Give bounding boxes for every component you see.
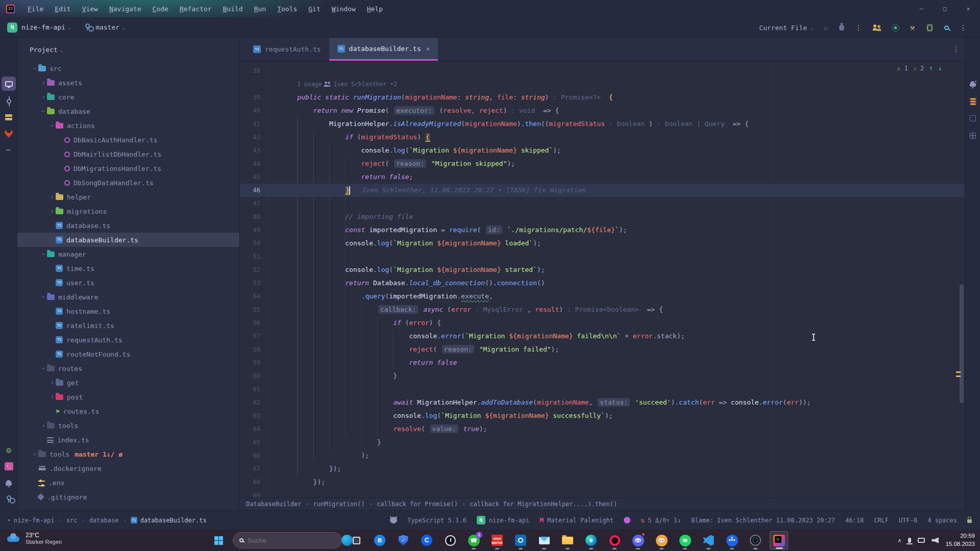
caret-position[interactable]: 46:18 — [845, 517, 864, 524]
more-tools-button[interactable]: ⋯ — [0, 143, 17, 157]
commit-tool-button[interactable] — [0, 94, 17, 108]
line-number[interactable]: 57 — [240, 330, 260, 343]
status-project-name[interactable]: nize-fm-api — [489, 517, 529, 524]
line-number[interactable]: 48 — [240, 210, 260, 223]
run-button[interactable]: ▷ — [824, 24, 828, 32]
line-number[interactable]: 67 — [240, 462, 260, 475]
line-number[interactable]: 66 — [240, 449, 260, 462]
chevron-icon[interactable]: › — [40, 108, 47, 115]
line-number[interactable]: 50 — [240, 237, 260, 250]
taskbar-app-explorer[interactable] — [558, 531, 577, 549]
volume-icon[interactable] — [932, 537, 939, 543]
chevron-icon[interactable]: › — [48, 379, 56, 386]
chevron-icon[interactable]: › — [31, 65, 38, 72]
chevron-icon[interactable]: › — [40, 365, 47, 372]
maximize-button[interactable]: ▢ — [933, 0, 957, 17]
line-number[interactable]: 38 — [240, 64, 260, 78]
tree-item-routes-ts[interactable]: ⚑routes.ts — [17, 404, 239, 418]
debug-button[interactable] — [839, 24, 844, 31]
build-tools-icon[interactable]: ⚒ — [910, 23, 915, 32]
accent-color-dot[interactable] — [624, 517, 630, 523]
breadcrumb-item[interactable]: callback for MigrationHelper....).then() — [470, 500, 617, 508]
layers-tool-button[interactable] — [965, 111, 980, 126]
tree-item-migrations[interactable]: ›migrations — [17, 204, 239, 218]
chevron-icon[interactable]: › — [40, 293, 47, 300]
toolbar-more-button[interactable]: ⋮ — [960, 23, 967, 32]
editor-tab-requestAuth.ts[interactable]: TSrequestAuth.ts — [245, 38, 329, 61]
microphone-icon[interactable] — [908, 538, 911, 543]
line-number[interactable]: 69 — [240, 489, 260, 497]
taskbar-app-outlook[interactable] — [511, 531, 530, 549]
line-number[interactable]: 43 — [240, 144, 260, 157]
menu-build[interactable]: Build — [217, 5, 249, 13]
tree-item-manager[interactable]: ›manager — [17, 247, 239, 261]
theme-name[interactable]: Material Palenight — [547, 517, 614, 524]
code-editor[interactable]: 381 usageIven Schlenther +239 public sta… — [240, 61, 965, 497]
inspection-widget[interactable]: ⚠ 1 ⚠ 2 ↑ ↓ — [897, 64, 942, 72]
tree-item-index-ts[interactable]: index.ts — [17, 433, 239, 447]
taskbar-app-whatsapp[interactable]: ☎1 — [464, 531, 483, 549]
line-number[interactable]: 53 — [240, 277, 260, 290]
git-counters[interactable]: 5 Δ/0↑ 1↓ — [648, 517, 681, 524]
line-number[interactable]: 40 — [240, 104, 260, 117]
line-number[interactable]: 54 — [240, 290, 260, 303]
line-number[interactable]: 58 — [240, 343, 260, 356]
line-number[interactable]: 64 — [240, 422, 260, 436]
tree-item-time-ts[interactable]: TStime.ts — [17, 261, 239, 276]
stripe-warning-mark[interactable] — [956, 371, 961, 373]
chevron-icon[interactable]: › — [40, 79, 47, 86]
weather-widget[interactable]: 23°C Starker Regen — [6, 532, 62, 545]
run-more-button[interactable]: ⋮ — [855, 23, 862, 32]
tree-item-DbMigrationsHandler-ts[interactable]: DbMigrationsHandler.ts — [17, 161, 239, 176]
taskbar-app-docker[interactable] — [723, 531, 741, 549]
menu-help[interactable]: Help — [361, 5, 388, 13]
terminal-tool-button[interactable]: ›_ — [0, 459, 17, 473]
start-button[interactable] — [209, 531, 228, 549]
taskbar-app-voicemeeter[interactable]: VOICEMEETER — [488, 531, 506, 549]
menu-file[interactable]: File — [22, 5, 49, 13]
profiler-icon[interactable] — [892, 24, 899, 32]
project-tree[interactable]: ›src›assets›core›database›actionsDbBasic… — [17, 61, 239, 504]
typescript-version[interactable]: TypeScript 5.1.6 — [407, 517, 467, 524]
tree-item-requestAuth-ts[interactable]: TSrequestAuth.ts — [17, 333, 239, 347]
line-number[interactable]: 59 — [240, 356, 260, 369]
settings-tool-button[interactable]: ⚙ — [0, 443, 17, 457]
search-everywhere-icon[interactable] — [944, 26, 949, 30]
minimize-button[interactable]: – — [910, 0, 933, 17]
line-number[interactable]: 61 — [240, 383, 260, 396]
tree-item-routes[interactable]: ›routes — [17, 361, 239, 375]
tree-item-src[interactable]: ›src — [17, 61, 239, 76]
encoding[interactable]: UTF-8 — [899, 517, 917, 524]
breadcrumb-item[interactable]: runMigration() — [313, 500, 365, 508]
tree-item-database[interactable]: ›database — [17, 104, 239, 118]
line-number[interactable]: 65 — [240, 436, 260, 449]
editor-scrollbar[interactable] — [960, 284, 964, 403]
display-icon[interactable] — [918, 538, 925, 543]
line-number[interactable]: 45 — [240, 170, 260, 184]
line-number[interactable]: 52 — [240, 263, 260, 277]
line-number[interactable]: 41 — [240, 117, 260, 131]
tree-item-ratelimit-ts[interactable]: TSratelimit.ts — [17, 318, 239, 333]
taskbar-app-c-app[interactable]: C — [418, 531, 436, 549]
tab-close-icon[interactable]: × — [426, 45, 430, 53]
taskbar-app-edge[interactable]: e — [582, 531, 600, 549]
line-number[interactable]: 68 — [240, 475, 260, 489]
tree-item-hostname-ts[interactable]: TShostname.ts — [17, 304, 239, 318]
menu-edit[interactable]: Edit — [49, 5, 76, 13]
tree-item-databaseBuilder-ts[interactable]: TSdatabaseBuilder.ts — [17, 233, 239, 247]
taskbar-app-clock-app[interactable] — [441, 531, 459, 549]
line-number[interactable]: 49 — [240, 223, 260, 237]
menu-run[interactable]: Run — [249, 5, 272, 13]
run-config-selector[interactable]: Current File — [759, 24, 807, 32]
stripe-warning-mark[interactable] — [956, 375, 961, 377]
line-number[interactable]: 39 — [240, 91, 260, 104]
database-tool-button[interactable] — [965, 94, 980, 108]
taskbar-app-vscode[interactable] — [699, 531, 718, 549]
chevron-icon[interactable]: › — [48, 122, 56, 129]
menu-tools[interactable]: Tools — [272, 5, 303, 13]
science-plugin-icon[interactable] — [925, 23, 934, 32]
chevron-icon[interactable]: › — [40, 422, 47, 429]
menu-refactor[interactable]: Refactor — [174, 5, 217, 13]
tree-item-get[interactable]: ›get — [17, 375, 239, 390]
tree-item-middleware[interactable]: ›middleware — [17, 290, 239, 304]
